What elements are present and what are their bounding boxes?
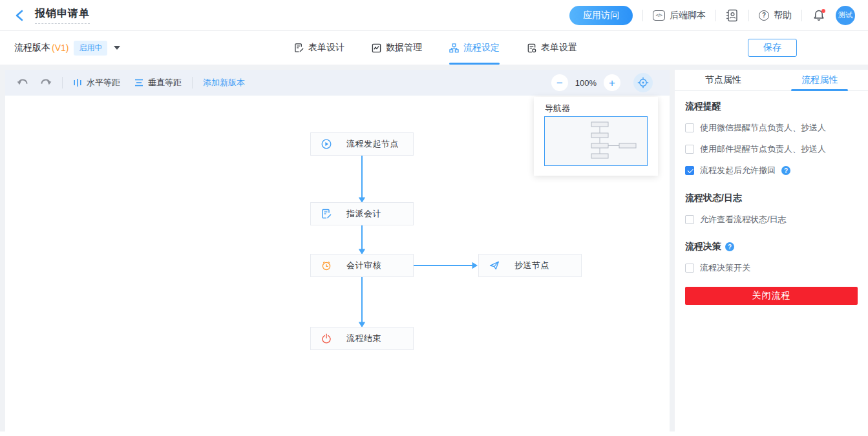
checkbox-label: 允许查看流程状态/日志	[700, 214, 787, 225]
section-title-status-log: 流程状态/日志	[685, 192, 858, 204]
alarm-clock-icon	[321, 260, 332, 271]
tab-label: 流程设定	[463, 42, 500, 54]
minimap-graphic	[545, 117, 647, 165]
section-title-reminder: 流程提醒	[685, 101, 858, 112]
horizontal-spacing-icon	[73, 78, 82, 87]
allow-withdraw-checkbox[interactable]	[685, 166, 694, 175]
wechat-reminder-checkbox[interactable]	[685, 123, 694, 132]
header-divider	[715, 10, 716, 21]
navigator-minimap[interactable]	[544, 116, 648, 166]
checkbox-row: 使用微信提醒节点负责人、抄送人	[685, 122, 858, 134]
paper-plane-icon	[489, 260, 500, 271]
checkbox-label: 流程决策开关	[700, 262, 750, 274]
checkbox-row: 允许查看流程状态/日志	[685, 214, 858, 225]
status-badge: 启用中	[74, 41, 107, 56]
version-selector[interactable]: 流程版本 (V1) 启用中	[14, 31, 120, 65]
help-icon[interactable]: ?	[725, 242, 734, 251]
redo-icon	[40, 78, 52, 88]
properties-panel: 节点属性 流程属性 流程提醒 使用微信提醒节点负责人、抄送人 使用邮件提醒节点负…	[675, 70, 868, 431]
zoom-in-button[interactable]: +	[604, 74, 620, 91]
tab-label: 数据管理	[386, 42, 422, 54]
horizontal-spacing-button[interactable]: 水平等距	[73, 77, 120, 88]
code-icon: </>	[653, 10, 665, 21]
workspace: 流程发起节点 指派会计	[0, 65, 868, 431]
node-label: 流程发起节点	[346, 138, 399, 150]
assign-doc-icon	[321, 209, 332, 219]
properties-tabs: 节点属性 流程属性	[675, 70, 868, 91]
tab-label: 表单设置	[541, 42, 577, 54]
flow-canvas[interactable]: 流程发起节点 指派会计	[5, 70, 670, 431]
decision-title-text: 流程决策	[685, 241, 721, 253]
header-divider	[642, 10, 643, 21]
design-tabs: 表单设计 数据管理 流程设定	[294, 31, 577, 65]
flow-node-cc[interactable]: 抄送节点	[478, 254, 582, 277]
process-setting-icon	[449, 43, 459, 53]
view-status-log-checkbox[interactable]	[685, 215, 694, 224]
address-book-icon	[726, 9, 739, 22]
add-new-version-button[interactable]: 添加新版本	[203, 77, 245, 88]
tab-node-properties[interactable]: 节点属性	[675, 70, 772, 90]
decision-switch-checkbox[interactable]	[685, 264, 694, 273]
help-label: 帮助	[774, 10, 792, 21]
checkbox-row: 使用邮件提醒节点负责人、抄送人	[685, 143, 858, 155]
node-label: 指派会计	[346, 208, 381, 220]
subheader: 流程版本 (V1) 启用中 表单设计 数	[0, 31, 868, 65]
vertical-spacing-button[interactable]: 垂直等距	[134, 77, 182, 88]
vertical-spacing-label: 垂直等距	[148, 77, 182, 88]
header-right: 应用访问 </> 后端脚本 ? 帮助	[569, 6, 855, 25]
checkbox-label: 使用微信提醒节点负责人、抄送人	[700, 122, 826, 134]
flow-node-accountant-review[interactable]: 会计审核	[310, 254, 414, 277]
checkbox-row: 流程决策开关	[685, 262, 858, 274]
toolbar-divider	[62, 77, 63, 88]
crosshair-icon	[637, 77, 649, 88]
save-button[interactable]: 保存	[748, 39, 797, 57]
canvas-toolbar: 水平等距 垂直等距 添加新版本 − 100% +	[5, 70, 670, 96]
tab-process-setting[interactable]: 流程设定	[449, 31, 500, 65]
node-label: 抄送节点	[514, 260, 549, 271]
redo-button[interactable]	[40, 78, 52, 88]
navigator-title: 导航器	[534, 97, 658, 118]
form-settings-icon	[527, 43, 536, 53]
undo-button[interactable]	[17, 78, 28, 88]
play-icon	[321, 139, 332, 149]
node-label: 会计审核	[346, 260, 381, 271]
backend-script-label: 后端脚本	[670, 10, 706, 21]
flow-node-assign-accountant[interactable]: 指派会计	[310, 202, 414, 225]
checkbox-row: 流程发起后允许撤回 ?	[685, 165, 858, 176]
node-label: 流程结束	[346, 333, 381, 344]
notification-button[interactable]	[812, 8, 826, 23]
header-left: 报销申请单	[13, 7, 90, 24]
undo-icon	[17, 78, 28, 88]
flow-node-start[interactable]: 流程发起节点	[310, 132, 414, 156]
tab-data-management[interactable]: 数据管理	[372, 31, 422, 65]
checkbox-label: 使用邮件提醒节点负责人、抄送人	[700, 143, 826, 155]
flow-node-end[interactable]: 流程结束	[310, 327, 414, 350]
zoom-out-button[interactable]: −	[551, 74, 568, 91]
contacts-button[interactable]	[726, 9, 739, 22]
notification-dot	[821, 9, 825, 13]
locate-button[interactable]	[633, 73, 653, 92]
toolbar-divider	[192, 77, 193, 88]
chevron-left-icon	[15, 10, 24, 21]
version-tag: (V1)	[52, 43, 69, 53]
backend-script-button[interactable]: </> 后端脚本	[653, 10, 706, 21]
tab-process-properties[interactable]: 流程属性	[772, 70, 868, 90]
email-reminder-checkbox[interactable]	[685, 145, 694, 154]
app-access-button[interactable]: 应用访问	[569, 6, 633, 25]
form-design-icon	[294, 43, 304, 53]
page-title: 报销申请单	[35, 7, 90, 24]
close-process-button[interactable]: 关闭流程	[685, 287, 858, 305]
properties-body: 流程提醒 使用微信提醒节点负责人、抄送人 使用邮件提醒节点负责人、抄送人 流程发…	[675, 91, 868, 305]
tab-form-settings[interactable]: 表单设置	[527, 31, 577, 65]
back-button[interactable]	[13, 9, 26, 22]
chevron-down-icon	[114, 46, 120, 50]
section-title-decision: 流程决策 ?	[685, 241, 858, 253]
tab-label: 表单设计	[308, 42, 344, 54]
flow-canvas-panel: 流程发起节点 指派会计	[5, 70, 670, 431]
tab-form-design[interactable]: 表单设计	[294, 31, 344, 65]
help-button[interactable]: ? 帮助	[759, 10, 792, 21]
help-icon[interactable]: ?	[781, 166, 790, 175]
avatar[interactable]: 测试	[836, 6, 855, 25]
zoom-level: 100%	[575, 78, 597, 88]
header-divider	[748, 10, 749, 21]
